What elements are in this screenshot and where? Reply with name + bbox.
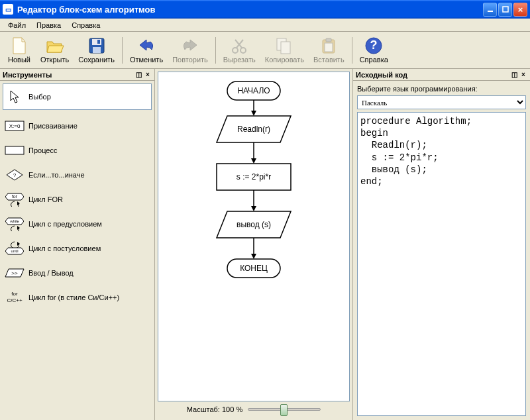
svg-rect-5 (97, 40, 100, 44)
io-icon: >> (5, 266, 25, 280)
assign-icon: X:=0 (5, 119, 25, 133)
close-button[interactable]: × (513, 3, 527, 17)
svg-text:while: while (9, 219, 19, 223)
svg-rect-1 (503, 7, 508, 12)
panel-close-icon[interactable]: × (144, 71, 152, 79)
while-icon: while (5, 217, 25, 231)
menu-help[interactable]: Справка (66, 20, 105, 30)
menu-file[interactable]: Файл (3, 20, 31, 30)
svg-point-7 (240, 48, 246, 53)
tool-select[interactable]: Выбор (3, 83, 152, 110)
help-icon: ? (364, 36, 383, 55)
menu-edit[interactable]: Правка (31, 20, 66, 30)
svg-point-6 (233, 48, 238, 53)
tool-until[interactable]: until Цикл с постусловием (3, 240, 152, 257)
maximize-button[interactable] (498, 3, 512, 17)
tool-io[interactable]: >> Ввод / Вывод (3, 264, 152, 282)
new-button[interactable]: Новый (3, 33, 36, 68)
svg-text:s := 2*pi*r: s := 2*pi*r (237, 172, 271, 182)
undo-icon (137, 36, 156, 55)
paste-icon (319, 36, 338, 55)
svg-text:for: for (11, 291, 18, 297)
language-select[interactable]: Паскаль (357, 95, 526, 109)
svg-rect-9 (281, 42, 290, 54)
copy-icon (275, 36, 293, 55)
svg-text:вывод (s): вывод (s) (237, 220, 271, 229)
tool-while[interactable]: while Цикл с предусловием (3, 215, 152, 233)
new-file-icon (10, 36, 28, 55)
tool-label: Цикл с предусловием (28, 220, 102, 228)
code-panel-title: Исходный код (356, 71, 509, 79)
window-title: Редактор блок-схем алгоритмов (17, 5, 483, 15)
tools-panel: Инструменты ◫ × Выбор X:=0 Присваивание … (0, 69, 155, 420)
zoom-slider[interactable] (248, 408, 321, 411)
tool-if[interactable]: ? Если...то...иначе (3, 166, 152, 184)
tool-label: Присваивание (28, 122, 78, 130)
toolbar-separator (352, 37, 352, 64)
zoom-bar: Масштаб: 100 % (158, 401, 350, 417)
menubar: Файл Правка Справка (0, 19, 530, 32)
help-button[interactable]: ? Справка (355, 33, 393, 68)
source-code[interactable]: procedure Algorithm; begin Readln(r); s … (357, 112, 526, 416)
undo-button[interactable]: Отменить (125, 33, 168, 68)
language-label: Выберите язык программирования: (357, 85, 526, 93)
tool-label: Если...то...иначе (28, 171, 85, 179)
tool-assign[interactable]: X:=0 Присваивание (3, 117, 152, 134)
app-icon: ▭ (3, 4, 13, 15)
tool-process[interactable]: Процесс (3, 142, 152, 159)
svg-text:Readln(r): Readln(r) (237, 125, 270, 134)
copy-button[interactable]: Копировать (260, 33, 309, 68)
save-button[interactable]: Сохранить (74, 33, 119, 68)
svg-text:КОНЕЦ: КОНЕЦ (240, 264, 268, 273)
minimize-button[interactable] (483, 3, 497, 17)
svg-rect-17 (5, 146, 24, 154)
svg-rect-12 (325, 43, 333, 52)
tool-cfor[interactable]: forC/C++ Цикл for (в стиле Си/Си++) (3, 289, 152, 306)
open-folder-icon (46, 36, 64, 55)
cut-button[interactable]: Вырезать (219, 33, 260, 68)
svg-text:?: ? (13, 172, 17, 178)
paste-button[interactable]: Вставить (309, 33, 349, 68)
cursor-icon (5, 89, 25, 104)
svg-text:X:=0: X:=0 (9, 123, 21, 129)
svg-text:for: for (12, 194, 18, 199)
tool-label: Выбор (28, 93, 51, 101)
canvas-panel: НАЧАЛО Readln(r) s := 2*pi*r вывод (s) К… (155, 69, 352, 420)
tool-label: Цикл с постусловием (28, 244, 101, 252)
zoom-label: Масштаб: 100 % (187, 405, 242, 413)
diamond-icon: ? (5, 168, 25, 182)
open-button[interactable]: Открыть (36, 33, 74, 68)
toolbar-separator (122, 37, 123, 64)
tool-label: Цикл for (в стиле Си/Си++) (28, 293, 119, 301)
svg-text:C/C++: C/C++ (7, 297, 22, 303)
for-icon: for (5, 192, 25, 207)
code-panel: Исходный код ◫ × Выберите язык программи… (352, 69, 530, 420)
scissors-icon (230, 36, 248, 55)
tool-label: Ввод / Вывод (28, 269, 74, 277)
svg-text:>>: >> (11, 270, 18, 276)
panel-pin-icon[interactable]: ◫ (510, 71, 518, 79)
tool-label: Цикл FOR (28, 195, 63, 203)
redo-icon (181, 36, 199, 55)
toolbar-separator (215, 37, 216, 64)
tool-for[interactable]: for Цикл FOR (3, 191, 152, 208)
toolbar: Новый Открыть Сохранить Отменить Повтори… (0, 32, 530, 69)
until-icon: until (5, 241, 25, 256)
svg-text:НАЧАЛО: НАЧАЛО (237, 86, 270, 95)
zoom-slider-thumb[interactable] (280, 404, 288, 416)
svg-text:?: ? (370, 38, 378, 52)
process-icon (5, 143, 25, 158)
save-disk-icon (87, 36, 106, 55)
flowchart-canvas[interactable]: НАЧАЛО Readln(r) s := 2*pi*r вывод (s) К… (158, 72, 350, 401)
svg-rect-4 (93, 47, 101, 53)
panel-close-icon[interactable]: × (519, 71, 527, 79)
svg-rect-11 (326, 38, 331, 42)
tool-label: Процесс (28, 146, 57, 154)
panel-pin-icon[interactable]: ◫ (134, 71, 142, 79)
svg-rect-0 (488, 11, 493, 12)
redo-button[interactable]: Повторить (168, 33, 213, 68)
svg-text:until: until (11, 249, 18, 253)
titlebar: ▭ Редактор блок-схем алгоритмов × (0, 0, 530, 19)
cfor-icon: forC/C++ (5, 290, 25, 305)
tools-panel-title: Инструменты (3, 71, 133, 79)
